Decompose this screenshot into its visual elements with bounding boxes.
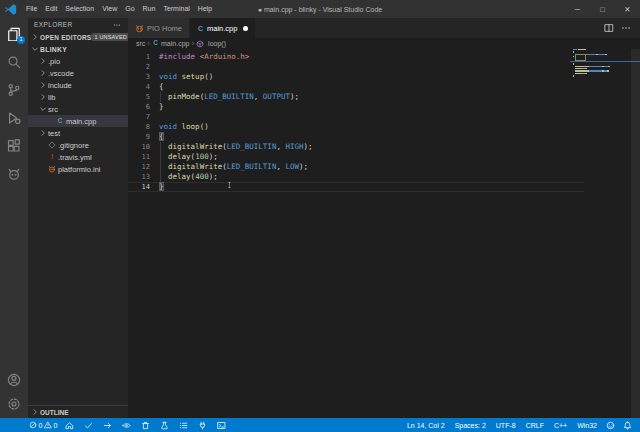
activity-explorer[interactable]: 1 [0, 20, 28, 48]
activity-settings[interactable] [0, 392, 28, 416]
tree-item-travis-yml[interactable]: !.travis.yml [28, 151, 128, 163]
notifications-button[interactable] [623, 421, 632, 430]
menu-selection[interactable]: Selection [61, 0, 98, 18]
warning-count: 0 [53, 422, 57, 429]
status-win32[interactable]: Win32 [572, 422, 602, 429]
chevron-right-icon [39, 129, 47, 137]
code-line-14: 14} [128, 182, 584, 192]
status-ln-14-col-2[interactable]: Ln 14, Col 2 [402, 422, 450, 429]
split-editor-button[interactable] [604, 23, 614, 33]
menu-run[interactable]: Run [139, 0, 160, 18]
feedback-button[interactable] [606, 421, 615, 430]
open-editors-section[interactable]: OPEN EDITORS 1 UNSAVED [28, 31, 128, 43]
pio-home-button[interactable] [60, 421, 79, 430]
breadcrumb-loop[interactable]: loop() [196, 40, 226, 48]
code-line-8: 8void loop() [128, 122, 584, 132]
pio-new-terminal-button[interactable] [212, 421, 231, 430]
chevron-right-icon [39, 69, 47, 77]
tab-pio-home[interactable]: PIO Home [128, 18, 190, 38]
minimize-button[interactable]: ─ [565, 0, 590, 18]
overview-ruler-cursor-line [570, 61, 640, 62]
gitignore-file-icon [48, 141, 56, 149]
status-c[interactable]: C++ [549, 422, 572, 429]
line-number: 2 [128, 62, 150, 72]
code-line-5: 5 pinMode(LED_BUILTIN, OUTPUT); [128, 92, 584, 102]
outline-section[interactable]: OUTLINE [28, 405, 128, 418]
pio-project-tasks-button[interactable] [174, 421, 193, 430]
menu-go[interactable]: Go [121, 0, 138, 18]
cpp-file-icon: C [56, 118, 64, 125]
trash-icon [141, 421, 150, 430]
tasks-icon [179, 421, 188, 430]
tree-item-platformio-ini[interactable]: platformio.ini [28, 163, 128, 175]
chevron-right-icon [39, 81, 47, 89]
problems-button[interactable]: 00 [26, 421, 60, 429]
flask-icon [160, 421, 169, 430]
pio-build-button[interactable] [79, 421, 98, 430]
activity-extensions[interactable] [0, 132, 28, 160]
menu-bar: FileEditSelectionViewGoRunTerminalHelp [22, 0, 216, 18]
mouse-cursor [228, 180, 234, 190]
activity-badge: 1 [17, 36, 25, 44]
tree-item-blinky[interactable]: BLINKY [28, 43, 128, 55]
explorer-more-actions-button[interactable] [112, 21, 122, 29]
activity-account[interactable] [0, 368, 28, 392]
tree-item-include[interactable]: include [28, 79, 128, 91]
tree-item-test[interactable]: test [28, 127, 128, 139]
menu-file[interactable]: File [22, 0, 41, 18]
menu-edit[interactable]: Edit [41, 0, 61, 18]
tab-bar: PIO HomeCmain.cpp [128, 18, 640, 38]
maximize-button[interactable]: □ [590, 0, 615, 18]
alien-icon [7, 167, 21, 181]
line-number: 3 [128, 72, 150, 82]
line-number: 11 [128, 152, 150, 162]
cpp-file-icon: C [197, 25, 204, 32]
menu-view[interactable]: View [98, 0, 121, 18]
activity-platformio[interactable] [0, 160, 28, 188]
activity-source-control[interactable] [0, 76, 28, 104]
plug-icon [198, 421, 207, 430]
menu-help[interactable]: Help [194, 0, 216, 18]
code-editor[interactable]: 1#include <Arduino.h>23void setup()4{5 p… [128, 49, 640, 192]
tree-item-main-cpp[interactable]: Cmain.cpp [28, 115, 128, 127]
pio-test-button[interactable] [155, 421, 174, 430]
search-icon [7, 55, 21, 69]
check-icon [84, 421, 93, 430]
status-bar: 00 Ln 14, Col 2Spaces: 2UTF-8CRLFC++Win3… [0, 418, 640, 432]
pio-clean-button[interactable] [136, 421, 155, 430]
pio-upload-button[interactable] [98, 421, 117, 430]
tree-item-gitignore[interactable]: .gitignore [28, 139, 128, 151]
activity-search[interactable] [0, 48, 28, 76]
pio-serial-monitor-button[interactable] [193, 421, 212, 430]
line-number: 12 [128, 162, 150, 172]
line-number: 7 [128, 112, 150, 122]
breadcrumb-main-cpp[interactable]: Cmain.cpp [152, 40, 189, 47]
more-actions-button[interactable] [621, 23, 631, 33]
tree-item-vscode[interactable]: .vscode [28, 67, 128, 79]
minimap-highlight [575, 54, 586, 61]
tree-item-lib[interactable]: lib [28, 91, 128, 103]
warning-icon [44, 421, 52, 429]
tree-item-pio[interactable]: .pio [28, 55, 128, 67]
tree-item-src[interactable]: src [28, 103, 128, 115]
sidebar-title: EXPLORER [34, 21, 73, 28]
close-button[interactable]: ✕ [615, 0, 640, 18]
status-spaces-2[interactable]: Spaces: 2 [450, 422, 491, 429]
git-branch-icon [7, 83, 21, 97]
outline-label: OUTLINE [40, 409, 69, 416]
status-crlf[interactable]: CRLF [521, 422, 549, 429]
editor-scrollbar[interactable] [631, 49, 640, 418]
activity-bar: 1 [0, 18, 28, 418]
pio-remote-button[interactable] [117, 421, 136, 430]
menu-terminal[interactable]: Terminal [159, 0, 193, 18]
home-icon [65, 421, 74, 430]
editor-group: PIO HomeCmain.cpp src›Cmain.cpp›loop() 1… [128, 18, 640, 418]
chevron-right-icon: › [191, 40, 194, 48]
line-number: 9 [128, 132, 150, 142]
status-utf-8[interactable]: UTF-8 [491, 422, 521, 429]
symbol-method-icon [196, 40, 204, 48]
tab-main-cpp[interactable]: Cmain.cpp [190, 18, 256, 38]
account-icon [7, 373, 21, 387]
activity-run-debug[interactable] [0, 104, 28, 132]
breadcrumb-src[interactable]: src [136, 40, 145, 47]
